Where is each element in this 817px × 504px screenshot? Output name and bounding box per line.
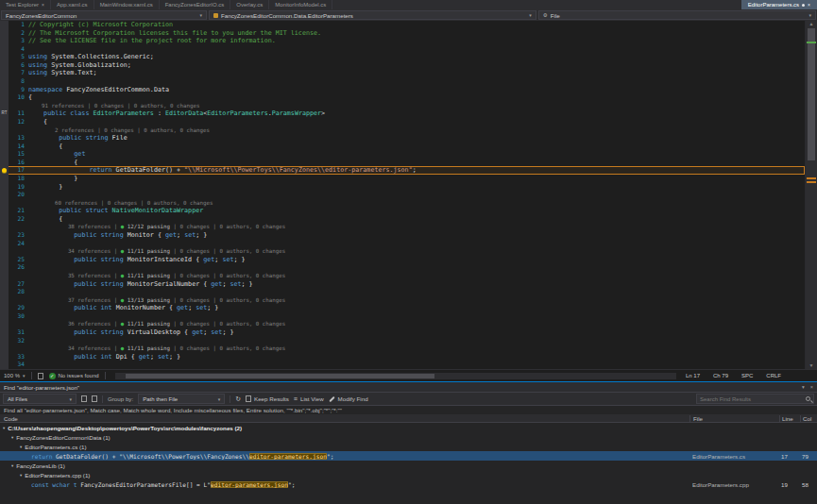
close-icon[interactable]: × <box>808 2 810 8</box>
code-line[interactable]: 7using System.Text; <box>0 69 805 77</box>
project-dropdown[interactable]: FancyZonesEditorCommon ▾ <box>1 10 207 20</box>
tab-editorparameters-cs[interactable]: EditorParameters.cs × <box>741 0 817 9</box>
code-text: public string MonitorSerialNumber { get;… <box>28 280 805 289</box>
code-line[interactable]: 27 public string MonitorSerialNumber { g… <box>0 280 805 289</box>
codelens-row[interactable]: 38 references | ● 12/12 passing | 0 chan… <box>0 223 805 231</box>
code-line[interactable]: 9namespace FancyZonesEditorCommon.Data <box>0 86 805 94</box>
code-line[interactable]: 28 <box>0 288 805 296</box>
find-result-group-row[interactable]: ▾C:\Users\zhaopengwang\Desktop\powertoys… <box>0 423 817 432</box>
code-line[interactable]: 6using System.Globalization; <box>0 61 805 70</box>
code-line[interactable]: 14 { <box>0 143 805 151</box>
codelens-row[interactable]: 37 references | ● 13/13 passing | 0 chan… <box>0 296 805 305</box>
code-line[interactable]: 32 <box>0 337 805 345</box>
code-line[interactable]: 1// Copyright (c) Microsoft Corporation <box>0 21 805 29</box>
find-result-match-row[interactable]: const wchar_t FancyZonesEditorParameters… <box>0 479 817 489</box>
document-icon[interactable] <box>38 373 43 379</box>
find-result-group-row[interactable]: ▾EditorParameters.cpp (1) <box>0 470 817 479</box>
codelens-row[interactable]: 60 references | 0 changes | 0 authors, 0… <box>0 199 805 208</box>
lightbulb-icon[interactable] <box>2 168 7 173</box>
codelens-row[interactable]: 34 references | ● 11/11 passing | 0 chan… <box>0 247 805 256</box>
code-line[interactable]: 19 } <box>0 183 805 192</box>
scrollbar-thumb[interactable] <box>808 28 815 160</box>
list-view-button[interactable]: ≡ List View <box>294 395 324 403</box>
column-header-file[interactable]: File <box>689 415 779 422</box>
code-line[interactable]: 10{ <box>0 93 805 102</box>
scroll-down-arrow-icon[interactable]: ▼ <box>806 362 817 369</box>
find-results-title-bar[interactable]: Find "editor-parameters.json" ▾ × <box>0 382 817 392</box>
code-line[interactable]: 12 { <box>0 118 805 126</box>
editor-horizontal-scrollbar[interactable] <box>115 373 676 379</box>
tab-test-explorer[interactable]: Test Explorer× <box>0 0 51 9</box>
document-health-indicator[interactable]: ✓ No issues found <box>49 373 99 379</box>
type-dropdown[interactable]: FancyZonesEditorCommon.Data.EditorParame… <box>209 10 536 20</box>
find-result-group-row[interactable]: ▾FancyZonesLib (1) <box>0 461 817 470</box>
code-line[interactable]: 8 <box>0 77 805 86</box>
keep-results-button[interactable]: Keep Results <box>246 395 289 402</box>
column-header-col[interactable]: Col <box>800 415 817 422</box>
codelens-row[interactable]: 91 references | 0 changes | 0 authors, 0… <box>0 102 805 110</box>
code-line[interactable]: 13 public string File <box>0 134 805 143</box>
find-result-group-row[interactable]: ▾EditorParameters.cs (1) <box>0 442 817 451</box>
window-position-icon[interactable]: ▾ <box>802 384 805 390</box>
code-line[interactable]: 15 get <box>0 150 805 159</box>
column-header-line[interactable]: Line <box>779 415 800 422</box>
tab-app-xaml-cs[interactable]: App.xaml.cs <box>51 0 94 9</box>
code-line[interactable]: 23 public string Monitor { get; set; } <box>0 231 805 240</box>
close-icon[interactable]: × <box>810 384 813 390</box>
scrollbar-thumb[interactable] <box>126 374 434 378</box>
expander-icon[interactable]: ▾ <box>20 473 22 478</box>
column-header-code[interactable]: Code <box>0 415 689 422</box>
export-results-icon[interactable] <box>92 395 97 402</box>
code-line[interactable]: 3// See the LICENSE file in the project … <box>0 37 805 45</box>
codelens-row[interactable]: 36 references | ● 11/11 passing | 0 chan… <box>0 320 805 328</box>
expander-icon[interactable]: ▾ <box>11 435 13 440</box>
editor-vertical-scrollbar[interactable]: ▲ ▼ <box>805 21 817 369</box>
codelens-row[interactable]: 34 references | ● 11/11 passing | 0 chan… <box>0 344 805 353</box>
tab-overlay-cs[interactable]: Overlay.cs <box>230 0 269 9</box>
search-icon[interactable] <box>806 396 810 401</box>
code-line[interactable]: 30 <box>0 312 805 321</box>
codelens-row[interactable]: 35 references | ● 11/11 passing | 0 chan… <box>0 272 805 280</box>
scroll-up-arrow-icon[interactable]: ▲ <box>806 21 817 27</box>
refresh-icon[interactable]: ↻ <box>235 395 241 404</box>
expander-icon[interactable]: ▾ <box>11 463 13 468</box>
code-line[interactable]: 16 { <box>0 159 805 167</box>
close-icon[interactable]: × <box>42 2 44 8</box>
code-line[interactable]: 22 { <box>0 215 805 224</box>
scope-dropdown[interactable]: All Files ▾ <box>3 394 77 404</box>
expander-icon[interactable]: ▾ <box>20 445 22 449</box>
modify-find-button[interactable]: Modify Find <box>329 395 368 402</box>
space-mode-indicator[interactable]: SPC <box>741 373 753 378</box>
expander-icon[interactable]: ▾ <box>3 426 5 430</box>
find-result-match-row[interactable]: return GetDataFolder() + "\\Microsoft\\P… <box>0 451 817 461</box>
code-line[interactable]: 34 <box>0 361 805 369</box>
code-line[interactable]: 5using System.Collections.Generic; <box>0 53 805 61</box>
code-line[interactable]: 17 return GetDataFolder() + "\\Microsoft… <box>0 166 805 175</box>
code-line[interactable]: 18 } <box>0 175 805 183</box>
codelens-row[interactable]: 2 references | 0 changes | 0 authors, 0 … <box>0 126 805 135</box>
line-indicator[interactable]: Ln 17 <box>686 373 700 378</box>
search-find-results-input[interactable] <box>700 396 804 402</box>
code-line[interactable]: 24 <box>0 240 805 248</box>
group-by-dropdown[interactable]: Path then File ▾ <box>138 394 225 404</box>
code-line[interactable]: 29 public int MonitorNumber { get; set; … <box>0 304 805 312</box>
tab-monitorinfomodel-cs[interactable]: MonitorInfoModel.cs <box>269 0 332 9</box>
member-dropdown[interactable]: ⚙ File ▾ <box>538 10 816 20</box>
code-line[interactable]: 4 <box>0 45 805 54</box>
copy-results-icon[interactable] <box>81 395 87 402</box>
code-line[interactable]: 26 <box>0 263 805 272</box>
code-line[interactable]: RT11 public class EditorParameters : Edi… <box>0 109 805 118</box>
code-line[interactable]: 20 <box>0 191 805 199</box>
code-line[interactable]: 33 public int Dpi { get; set; } <box>0 353 805 361</box>
tab-mainwindow-xaml-cs[interactable]: MainWindow.xaml.cs <box>94 0 160 9</box>
line-ending-indicator[interactable]: CRLF <box>766 373 781 378</box>
code-line[interactable]: 31 public string VirtualDesktop { get; s… <box>0 328 805 337</box>
zoom-dropdown[interactable]: 100 % ▾ <box>4 373 26 378</box>
code-line[interactable]: 21 public struct NativeMonitorDataWrappe… <box>0 207 805 215</box>
code-editor[interactable]: 1// Copyright (c) Microsoft Corporation2… <box>0 21 817 369</box>
code-line[interactable]: 25 public string MonitorInstanceId { get… <box>0 256 805 264</box>
tab-fancyzoneseditorio-cs[interactable]: FancyZonesEditorIO.cs <box>160 0 231 9</box>
code-line[interactable]: 2// The Microsoft Corporation licenses t… <box>0 29 805 38</box>
find-result-group-row[interactable]: ▾FancyZonesEditorCommon\Data (1) <box>0 432 817 442</box>
column-indicator[interactable]: Ch 79 <box>713 373 728 378</box>
